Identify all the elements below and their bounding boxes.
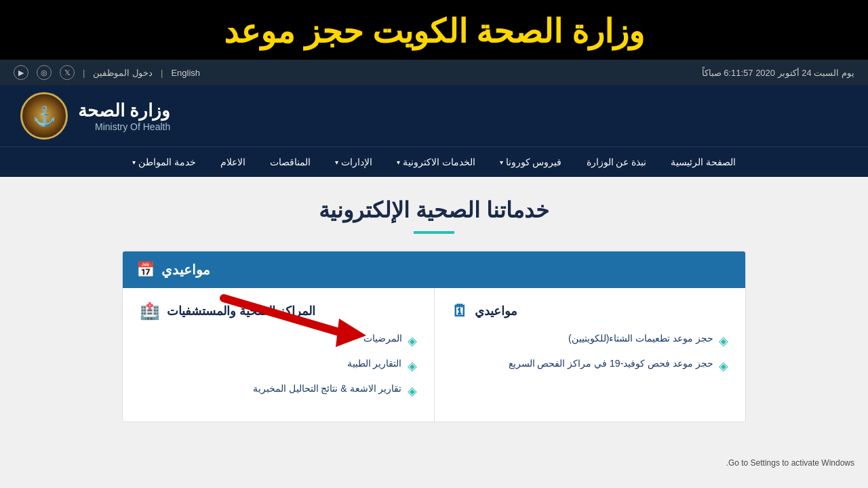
logo-emblem <box>20 92 68 140</box>
appointments-col-title: مواعيدي 🗓 <box>452 302 729 321</box>
top-banner: وزارة الصحة الكويت حجز موعد <box>0 0 868 60</box>
center-item-2[interactable]: ◈ التقارير الطبية <box>140 358 417 373</box>
card-wrapper: مواعيدي 📅 مواعيدي 🗓 ◈ حجز موعد تطعيمات ا… <box>68 251 800 422</box>
employee-login-link[interactable]: دخول الموظفين <box>93 68 153 78</box>
nav-eservices[interactable]: الخدمات الاكترونية ▾ <box>384 147 488 177</box>
service-item-2[interactable]: ◈ حجز موعد فحص كوفيد-19 في مراكز الفحص ا… <box>452 358 729 373</box>
nav-media[interactable]: الاعلام <box>208 147 258 177</box>
bullet-icon-4: ◈ <box>408 359 417 373</box>
utility-bar: يوم السبت 24 أكتوبر 2020 6:11:57 صباكاً … <box>0 60 868 85</box>
center-item-3[interactable]: ◈ تقارير الاشعة & نتائج التحاليل المخبري… <box>140 383 417 399</box>
bullet-icon-2: ◈ <box>719 359 728 373</box>
nav-citizen[interactable]: خدمة المواطن ▾ <box>120 147 208 177</box>
site-arabic-name: وزارة الصحة <box>78 100 170 121</box>
center-text-3: تقارير الاشعة & نتائج التحاليل المخبرية <box>253 383 402 394</box>
site-english-name: Ministry Of Health <box>78 121 170 132</box>
service-text-2: حجز موعد فحص كوفيد-19 في مراكز الفحص الس… <box>509 358 713 369</box>
separator2: | <box>161 68 163 78</box>
separator: | <box>83 68 85 78</box>
centers-col-title: المراكز الصحية والمستشفيات 🏥 <box>140 302 417 321</box>
site-header: وزارة الصحة Ministry Of Health <box>0 85 868 146</box>
hospital-icon: 🏥 <box>140 302 160 321</box>
logo-text: وزارة الصحة Ministry Of Health <box>78 100 170 132</box>
section-underline <box>414 231 454 234</box>
center-text-1: المرضيات <box>363 333 402 344</box>
english-link[interactable]: English <box>171 68 200 78</box>
main-nav: الصفحة الرئيسية نبذة عن الوزارة فيروس كو… <box>0 146 868 177</box>
centers-column: المراكز الصحية والمستشفيات 🏥 ◈ المرضيات … <box>123 288 434 422</box>
page-content: خدماتنا الصحية الإلكترونية مواعيدي 📅 <box>0 177 868 443</box>
nav-departments[interactable]: الإدارات ▾ <box>323 147 384 177</box>
twitter-icon[interactable]: 𝕏 <box>60 65 75 80</box>
service-item-1[interactable]: ◈ حجز موعد تطعيمات الشتاء(للكويتيين) <box>452 333 729 348</box>
instagram-icon[interactable]: ◎ <box>37 65 52 80</box>
service-text-1: حجز موعد تطعيمات الشتاء(للكويتيين) <box>568 333 713 344</box>
nav-corona[interactable]: فيروس كورونا ▾ <box>488 147 574 177</box>
social-links: ▶ ◎ 𝕏 | دخول الموظفين | English <box>14 65 200 80</box>
nav-about[interactable]: نبذة عن الوزارة <box>574 147 659 177</box>
card-header: مواعيدي 📅 <box>123 251 745 288</box>
section-title: خدماتنا الصحية الإلكترونية <box>14 197 854 223</box>
date-time: يوم السبت 24 أكتوبر 2020 6:11:57 صباكاً <box>702 68 854 78</box>
bullet-icon: ◈ <box>719 333 728 348</box>
nav-home[interactable]: الصفحة الرئيسية <box>658 147 748 177</box>
logo-area: وزارة الصحة Ministry Of Health <box>20 92 170 140</box>
bullet-icon-5: ◈ <box>408 384 417 399</box>
nav-tenders[interactable]: المناقصات <box>258 147 323 177</box>
card-body: مواعيدي 🗓 ◈ حجز موعد تطعيمات الشتاء(للكو… <box>123 288 745 422</box>
card-header-title: مواعيدي 📅 <box>136 261 210 279</box>
banner-title: وزارة الصحة الكويت حجز موعد <box>0 12 868 50</box>
appointments-icon: 🗓 <box>452 302 468 321</box>
youtube-icon[interactable]: ▶ <box>14 65 28 80</box>
calendar-icon: 📅 <box>136 261 155 279</box>
center-item-1[interactable]: ◈ المرضيات <box>140 333 417 348</box>
appointments-column: مواعيدي 🗓 ◈ حجز موعد تطعيمات الشتاء(للكو… <box>434 288 746 422</box>
bullet-icon-3: ◈ <box>408 333 417 348</box>
windows-notice: Go to Settings to activate Windows. <box>726 458 854 468</box>
main-card: مواعيدي 📅 مواعيدي 🗓 ◈ حجز موعد تطعيمات ا… <box>122 251 746 422</box>
center-text-2: التقارير الطبية <box>347 358 402 369</box>
